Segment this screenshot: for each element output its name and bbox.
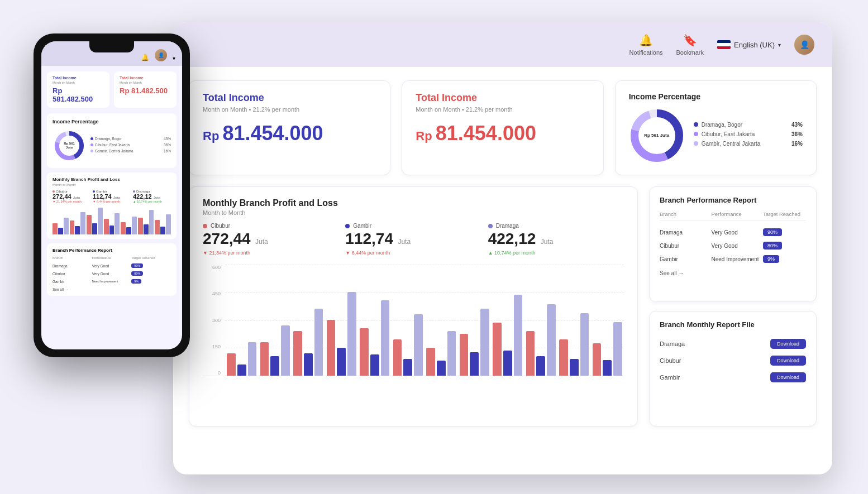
target-cibubur: 80% [763, 242, 782, 250]
table-row-dramaga: Dramaga Very Good 90% [660, 226, 806, 239]
see-all-performance[interactable]: See all → [660, 270, 806, 276]
bar-group-2 [260, 325, 290, 376]
phone-donut-chart: Rp 561Juta [53, 129, 86, 162]
download-button-dramaga[interactable]: Download [770, 339, 806, 349]
legend-pct-cibubur: 36% [791, 131, 803, 137]
notifications-label: Notifications [629, 49, 663, 56]
phone-col-branch: Branch [53, 256, 92, 260]
branch-dramaga: Dramaga [660, 229, 711, 236]
phone-perf-dramaga: Very Good [92, 264, 132, 268]
bar-gambir-5 [370, 354, 379, 376]
income-percentage-card: Income Percentage Rp 561 Juta [615, 80, 817, 175]
phone-col-perf: Performance [92, 256, 132, 260]
bookmark-button[interactable]: 🔖 Bookmark [676, 33, 704, 56]
user-avatar[interactable]: 👤 [794, 35, 814, 55]
bar-dramaga-2 [281, 325, 290, 376]
legend-name-dramaga: Dramaga, Bogor [702, 122, 791, 128]
phone-performance-card: Branch Performance Report Branch Perform… [47, 243, 177, 296]
metric-label-dramaga: Dramaga [488, 223, 624, 229]
language-label: English (UK) [734, 41, 775, 49]
phone-stat-subtitle-red: Month on Month [120, 81, 171, 84]
phone-branch-cibubur: Cibubur [53, 272, 92, 276]
phone-dot-gambir [90, 150, 93, 152]
phone-legend-dramaga: Dramaga, Bogor 43% [90, 137, 171, 141]
phone-notch [89, 41, 134, 52]
bar-chart-area: 0 150 300 450 600 [203, 265, 624, 376]
bar-group-8 [460, 309, 490, 376]
legend-dot-cibubur [694, 132, 698, 136]
y-label-450: 450 [203, 291, 221, 296]
performance-title: Branch Performance Report [660, 196, 806, 204]
bar-cibubur-7 [426, 348, 435, 376]
table-row-cibubur: Cibubur Very Good 80% [660, 239, 806, 252]
legend-item-cibubur: Cibubur, East Jakarta 36% [694, 131, 803, 137]
phone-chart-subtitle: Month to Month [53, 183, 171, 186]
bar-dramaga-7 [447, 331, 456, 376]
download-button-gambir[interactable]: Download [770, 372, 806, 382]
bar-gambir-6 [403, 359, 412, 376]
phone-chart-card: Monthly Branch Profit and Loss Month to … [47, 172, 177, 239]
currency-symbol-2: Rp [416, 129, 435, 143]
metric-label-cibubur: Cibubur [203, 223, 338, 229]
bar-cibubur-12 [593, 343, 602, 376]
bar-gambir-11 [570, 359, 579, 376]
metric-name-cibubur: Cibubur [211, 223, 230, 229]
target-dramaga: 90% [763, 228, 782, 236]
bar-dramaga-8 [480, 309, 489, 376]
phone-metric-value-gambir: 112,74 Juta [93, 193, 131, 200]
legend-pct-gambir: 16% [791, 141, 803, 147]
phone-stats-row: Total Income Month on Month Rp 581.482.5… [47, 71, 177, 108]
metric-dot-gambir [345, 224, 350, 228]
file-row-cibubur: Cibubur Download [660, 352, 806, 369]
phone-chevron-icon: ▾ [173, 55, 175, 61]
phone-see-all[interactable]: See all → [53, 287, 171, 291]
metric-change-cibubur: ▼ 21,34% per month [203, 250, 338, 256]
bar-dramaga-5 [381, 300, 390, 376]
file-row-dramaga: Dramaga Download [660, 335, 806, 352]
bar-dramaga-12 [613, 322, 622, 376]
phone-screen: 🔔 👤 ▾ Total Income Month on Month Rp 581… [41, 41, 182, 349]
phone-income-inner: Rp 561Juta Dramaga, Bogor 43% [53, 129, 171, 162]
col-target: Target Reached [763, 211, 806, 217]
legend-dot-gambir [694, 141, 698, 146]
notifications-button[interactable]: 🔔 Notifications [629, 33, 663, 56]
phone-legend: Dramaga, Bogor 43% Cibubur, East Jakarta… [90, 137, 171, 155]
chart-subtitle: Month to Month [203, 209, 624, 216]
bar-chart-wrapper: 0 150 300 450 600 [203, 265, 624, 376]
phone-avatar: 👤 [155, 49, 167, 61]
phone-metric-value-dramaga: 422,12 Juta [133, 193, 171, 200]
phone-metric-gambir: Gambir 112,74 Juta ▼ 6,44% per month [93, 190, 131, 203]
perf-cibubur: Very Good [711, 243, 762, 249]
col-branch: Branch [660, 211, 711, 217]
y-label-150: 150 [203, 344, 221, 349]
donut-chart: Rp 561 Juta [629, 108, 685, 164]
bar-dramaga-4 [347, 292, 356, 376]
bar-group-12 [593, 322, 623, 376]
legend-item-dramaga: Dramaga, Bogor 43% [694, 122, 803, 128]
language-button[interactable]: English (UK) ▾ [717, 40, 781, 49]
phone-name-cibubur: Cibubur, East Jakarta [95, 143, 130, 147]
bar-group-5 [360, 300, 390, 376]
phone-pct-cibubur: 36% [164, 143, 171, 147]
bar-dramaga-6 [414, 314, 423, 376]
phone-legend-gambir: Gambir, Central Jakarta 16% [90, 149, 171, 153]
phone-pct-gambir: 16% [164, 149, 171, 153]
chart-metrics: Cibubur 272,44 Juta ▼ 21,34% per month G… [203, 223, 624, 256]
phone-stat-value-red: Rp 81.482.500 [120, 87, 171, 95]
download-button-cibubur[interactable]: Download [770, 356, 806, 366]
performance-card: Branch Performance Report Branch Perform… [649, 186, 817, 302]
chart-card: Monthly Branch Profit and Loss Month to … [189, 186, 638, 426]
bar-cibubur-11 [559, 339, 568, 376]
total-income-blue-card: Total Income Month on Month • 21.2% per … [189, 80, 390, 175]
bar-cibubur-10 [526, 331, 535, 376]
file-row-gambir: Gambir Download [660, 369, 806, 386]
flag-icon [717, 40, 731, 49]
metric-value-gambir: 112,74 Juta [345, 230, 481, 248]
phone-metric-dramaga: Dramaga 422,12 Juta ▲ 10,74% per month [133, 190, 171, 203]
files-card: Branch Monthly Report File Dramaga Downl… [649, 311, 817, 426]
donut-center-label: Rp 561 Juta [644, 133, 669, 138]
y-axis: 0 150 300 450 600 [203, 265, 221, 376]
bar-group-6 [393, 314, 423, 376]
performance-table-header: Branch Performance Target Reached [660, 211, 806, 221]
phone-target-cibubur: 80% [131, 271, 143, 276]
